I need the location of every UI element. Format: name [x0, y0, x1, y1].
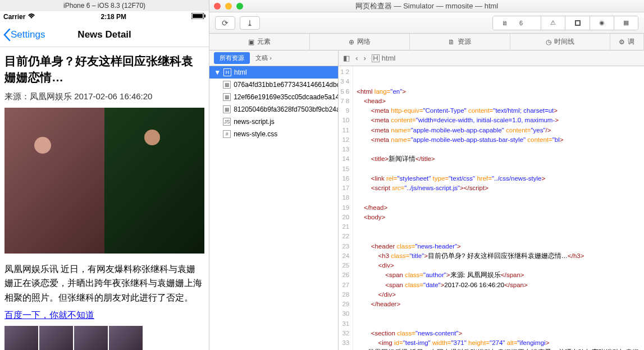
seg-log[interactable]: 🞐: [565, 16, 590, 30]
carrier-label: Carrier: [3, 13, 25, 21]
timeline-icon: ◷: [546, 38, 551, 46]
tree-root[interactable]: ▼ H html: [209, 66, 338, 79]
seg-warn[interactable]: ⚠: [541, 16, 565, 30]
device-label: iPhone 6 – iOS 8.3 (12F70): [0, 0, 209, 11]
filter-all-button[interactable]: 所有资源: [214, 52, 250, 64]
code-editor[interactable]: 1 2 3 4 5 6 7 8 9 10 11 12 13 14 15 16 1…: [339, 66, 644, 350]
thumb-row: [4, 326, 204, 350]
article-source: 来源：凤凰网娱乐 2017-02-06 16:46:20: [4, 91, 204, 102]
seg-doc[interactable]: 🗎 6: [493, 16, 541, 30]
tree-item[interactable]: #news-style.css: [209, 128, 338, 140]
tree-item[interactable]: ▩076a4fd31bb1e6773434146614dbc3fe...: [209, 79, 338, 91]
tab-debug[interactable]: ⚙调: [610, 34, 644, 50]
tree-item[interactable]: ▩12ef66e19169e35cc05dcaade5a14392...: [209, 91, 338, 103]
image-file-icon: ▩: [223, 93, 231, 101]
reload-button[interactable]: ⟳: [215, 16, 235, 30]
seg-record[interactable]: ◉: [590, 16, 614, 30]
download-button[interactable]: ⤓: [240, 16, 260, 30]
image-file-icon: ▩: [223, 81, 231, 89]
back-label: Settings: [11, 29, 45, 40]
status-bar: Carrier 2:18 PM: [0, 11, 209, 22]
resource-tree: ▼ H html ▩076a4fd31bb1e6773434146614dbc3…: [209, 66, 338, 350]
html-file-icon: H: [223, 68, 231, 76]
window-titlebar: 网页检查器 — Simulator — mmosite — html: [209, 0, 644, 12]
tab-network[interactable]: ⊕网络: [310, 34, 410, 50]
window-title: 网页检查器 — Simulator — mmosite — html: [209, 1, 644, 11]
battery-icon: [191, 13, 205, 21]
code-pane: ◧ ‹ › Hhtml 1 2 3 4 5 6 7 8 9 10 11 12 1…: [339, 50, 644, 350]
network-icon: ⊕: [349, 38, 354, 46]
nav-back-icon[interactable]: ‹: [355, 54, 358, 62]
toolbar-segments: 🗎 6 ⚠ 🞐 ◉ ▦: [492, 16, 638, 30]
clock: 2:18 PM: [101, 13, 126, 21]
simulator-panel: iPhone 6 – iOS 8.3 (12F70) Carrier 2:18 …: [0, 0, 209, 350]
svg-rect-2: [204, 15, 205, 17]
css-file-icon: #: [223, 130, 231, 138]
inspector-tabs: ▣元素 ⊕网络 🗎资源 ◷时间线 ⚙调: [209, 34, 644, 50]
resources-icon: 🗎: [448, 38, 455, 46]
article-scroll[interactable]: 目前仍单身？好友这样回应张继科袁姗姗恋情… 来源：凤凰网娱乐 2017-02-0…: [0, 47, 209, 350]
inspector-panel: 网页检查器 — Simulator — mmosite — html ⟳ ⤓ 🗎…: [209, 0, 644, 350]
svg-rect-1: [193, 14, 203, 18]
article-title: 目前仍单身？好友这样回应张继科袁姗姗恋情…: [4, 53, 204, 86]
tree-item[interactable]: ▩81205046b9fa3628fd7503bf9cb24a81...: [209, 103, 338, 116]
article-body: 凤凰网娱乐讯 近日，有网友爆料称张继科与袁姗姗正在谈恋爱，并晒出跨年夜张继科与袁…: [4, 262, 204, 305]
article-link[interactable]: 百度一下，你就不知道: [4, 310, 94, 321]
nav-bar: Settings News Detail: [0, 22, 209, 47]
debug-icon: ⚙: [619, 38, 625, 46]
tree-item[interactable]: JSnews-script.js: [209, 116, 338, 128]
toolbar: ⟳ ⤓ 🗎 6 ⚠ 🞐 ◉ ▦: [209, 12, 644, 34]
wifi-icon: [28, 13, 35, 21]
breadcrumb[interactable]: Hhtml: [372, 54, 396, 62]
elements-icon: ▣: [248, 38, 254, 46]
js-file-icon: JS: [223, 118, 231, 126]
sidebar-toggle-icon[interactable]: ◧: [343, 54, 350, 62]
tab-resources[interactable]: 🗎资源: [410, 34, 510, 50]
code-lines[interactable]: <html lang="en"> <head> <meta http-equiv…: [353, 66, 644, 350]
filter-doc-label[interactable]: 文稿 ›: [255, 54, 272, 62]
line-gutter: 1 2 3 4 5 6 7 8 9 10 11 12 13 14 15 16 1…: [339, 66, 353, 350]
back-button[interactable]: Settings: [3, 29, 45, 41]
resource-sidebar: 所有资源 文稿 › ▼ H html ▩076a4fd31bb1e6773434…: [209, 50, 339, 350]
seg-grid[interactable]: ▦: [614, 16, 638, 30]
tab-timeline[interactable]: ◷时间线: [510, 34, 610, 50]
html-file-icon: H: [372, 54, 380, 62]
nav-fwd-icon[interactable]: ›: [364, 54, 366, 62]
tab-elements[interactable]: ▣元素: [209, 34, 309, 50]
image-file-icon: ▩: [223, 105, 231, 113]
article-image: [4, 108, 204, 254]
